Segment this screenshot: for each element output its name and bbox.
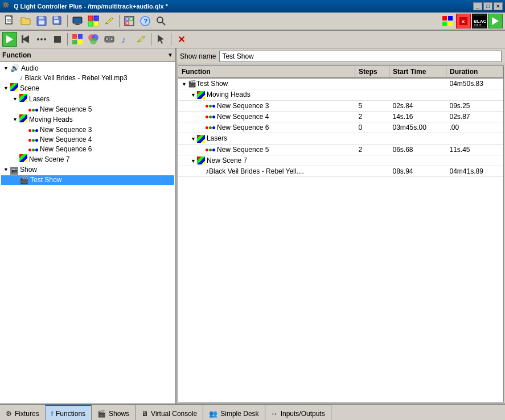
table-row[interactable]: New Sequence 3502s.8409s.25 — [178, 100, 503, 111]
sep2 — [119, 15, 120, 27]
table-row[interactable]: ▼🎬Test Show04m50s.83 — [178, 78, 503, 89]
table-cell-start-time: 02s.84 — [389, 100, 446, 111]
expand-show-icon[interactable]: ▼ — [3, 167, 10, 172]
svg-rect-21 — [130, 18, 133, 20]
new-button[interactable] — [2, 14, 17, 28]
universe-button[interactable] — [86, 14, 101, 28]
scene-add-button[interactable] — [70, 32, 85, 47]
lasers-icon — [19, 94, 27, 104]
dots-button[interactable] — [34, 32, 49, 47]
tree-item-seq4-label: New Sequence 4 — [40, 135, 92, 143]
svg-rect-47 — [78, 40, 83, 44]
svg-rect-18 — [94, 22, 98, 26]
save-button[interactable] — [34, 14, 49, 28]
svg-line-26 — [162, 22, 165, 25]
rgb-button[interactable] — [86, 32, 101, 47]
tree-item-audio-file[interactable]: ♪ Black Veil Brides - Rebel Yell.mp3 — [1, 73, 174, 83]
table-row[interactable]: ▼Moving Heads — [178, 89, 503, 101]
stop-button[interactable] — [50, 32, 65, 47]
color-grid-button[interactable] — [440, 14, 455, 28]
svg-point-42 — [44, 38, 46, 40]
tree-item-seq6[interactable]: New Sequence 6 — [1, 144, 174, 154]
play-green-button[interactable] — [2, 32, 17, 47]
expand-moving-heads-icon[interactable]: ▼ — [13, 117, 19, 122]
tab-simple-desk[interactable]: 👥 Simple Desk — [203, 405, 265, 420]
tree-item-seq5[interactable]: New Sequence 5 — [1, 104, 174, 114]
tree-item-new-scene-7-label: New Scene 7 — [29, 155, 69, 163]
table-row[interactable]: ♪Black Veil Brides - Rebel Yell....08s.9… — [178, 166, 503, 177]
table-row[interactable]: New Sequence 4214s.1602s.87 — [178, 111, 503, 122]
open-button[interactable] — [18, 14, 33, 28]
tab-fixtures[interactable]: ⚙ Fixtures — [0, 405, 46, 420]
tree-item-test-show[interactable]: 🎬 Test Show — [1, 175, 174, 185]
tree-item-moving-heads[interactable]: ▼ Moving Heads — [1, 114, 174, 125]
table-cell-function: ▼Lasers — [178, 133, 355, 144]
help-button[interactable]: ? — [138, 14, 153, 28]
monitor-button[interactable] — [70, 14, 85, 28]
tab-functions[interactable]: f Functions — [46, 405, 92, 420]
table-row[interactable]: New Sequence 5206s.6811s.45 — [178, 144, 503, 155]
tree-item-scene-folder[interactable]: ▼ Scene — [1, 83, 174, 93]
svg-rect-22 — [126, 22, 129, 24]
test-show-icon: 🎬 — [19, 176, 28, 184]
maximize-button[interactable]: □ — [483, 2, 492, 10]
go-button[interactable] — [488, 14, 503, 28]
save-as-button[interactable]: + — [50, 14, 65, 28]
show-name-label: Show name — [180, 52, 216, 60]
tab-functions-label: Functions — [56, 410, 85, 418]
tab-inputs-outputs[interactable]: ↔ Inputs/Outputs — [265, 405, 331, 420]
edit2-button[interactable] — [134, 32, 149, 47]
audio-folder-icon: 🔊 — [10, 64, 19, 72]
svg-marker-55 — [158, 35, 164, 44]
remove-button[interactable]: ✕ — [174, 32, 188, 47]
svg-rect-14 — [75, 24, 80, 25]
expand-audio-icon[interactable]: ▼ — [3, 65, 10, 71]
close-button[interactable]: ✕ — [494, 2, 503, 10]
music-button[interactable]: ♪ — [118, 32, 133, 47]
seq3-icon — [28, 125, 38, 134]
table-row[interactable]: ▼Lasers — [178, 133, 503, 144]
tree-item-seq5-label: New Sequence 5 — [40, 105, 92, 113]
svg-point-41 — [40, 38, 43, 40]
tab-virtual-console[interactable]: 🖥 Virtual Console — [136, 405, 203, 420]
blackout-button[interactable]: BLACKOUT — [472, 14, 487, 28]
tape-button[interactable] — [102, 32, 117, 47]
back-button[interactable] — [18, 32, 33, 47]
minimize-button[interactable]: _ — [473, 2, 482, 10]
tree-item-seq3[interactable]: New Sequence 3 — [1, 125, 174, 134]
tree-item-audio[interactable]: ▼ 🔊 Audio — [1, 63, 174, 73]
tree-item-moving-heads-label: Moving Heads — [29, 116, 73, 123]
svg-rect-46 — [72, 40, 77, 44]
expand-scene-icon[interactable]: ▼ — [3, 85, 10, 91]
svg-rect-9 — [54, 20, 59, 23]
window-button[interactable] — [122, 14, 137, 28]
tab-fixtures-label: Fixtures — [15, 410, 39, 418]
svg-rect-12 — [73, 18, 81, 23]
svg-point-53 — [110, 38, 113, 41]
tree-item-new-scene-7[interactable]: New Scene 7 — [1, 154, 174, 164]
show-name-bar: Show name — [176, 48, 505, 64]
expand-lasers-icon[interactable]: ▼ — [13, 96, 19, 102]
tree-item-lasers[interactable]: ▼ Lasers — [1, 93, 174, 104]
tree-item-seq4[interactable]: New Sequence 4 — [1, 134, 174, 144]
show-name-input[interactable] — [219, 51, 502, 62]
main-area: Function ▼ ▼ 🔊 Audio ♪ Black Veil Brides… — [0, 48, 505, 403]
function-dropdown-arrow[interactable]: ▼ — [167, 52, 173, 58]
tree-item-show-folder[interactable]: ▼ 📷 Show — [1, 164, 174, 175]
table-row[interactable]: New Sequence 6003m45s.00.00 — [178, 122, 503, 133]
tab-shows[interactable]: 🎬 Shows — [92, 405, 136, 420]
cursor-button[interactable] — [154, 32, 169, 47]
table-row[interactable]: ▼New Scene 7 — [178, 155, 503, 166]
svg-rect-27 — [442, 16, 447, 20]
table-cell-function: ▼New Scene 7 — [178, 155, 355, 166]
search-button[interactable] — [154, 14, 169, 28]
function-tree[interactable]: ▼ 🔊 Audio ♪ Black Veil Brides - Rebel Ye… — [0, 62, 175, 403]
svg-rect-45 — [78, 34, 83, 39]
edit-button[interactable] — [102, 14, 117, 28]
svg-rect-28 — [448, 16, 453, 20]
table-cell-steps — [355, 78, 389, 89]
table-cell-start-time — [389, 155, 446, 166]
svg-rect-6 — [43, 17, 44, 19]
svg-text:♪: ♪ — [121, 35, 126, 44]
stop-all-button[interactable]: ✕ — [456, 14, 471, 28]
